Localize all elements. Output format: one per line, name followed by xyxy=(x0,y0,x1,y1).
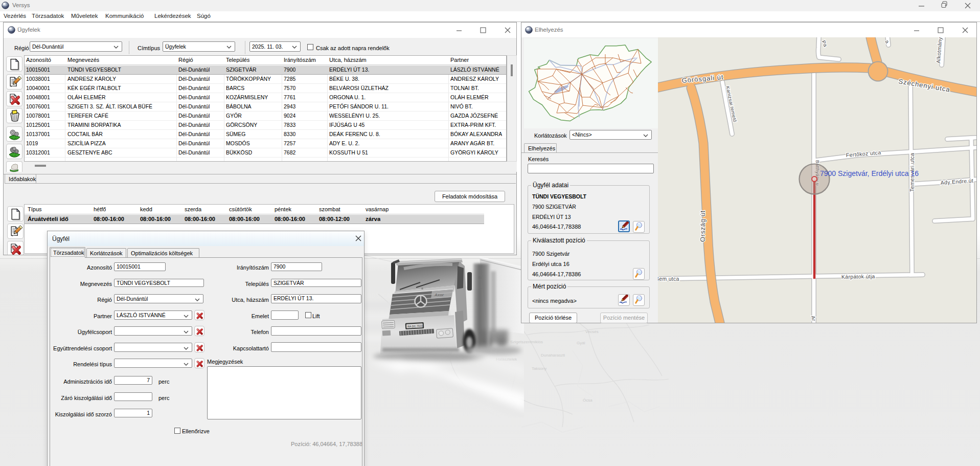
svg-text:Taksony: Taksony xyxy=(532,366,546,371)
svg-text:Dunaharaszti: Dunaharaszti xyxy=(541,353,565,358)
svg-text:Ócsa: Ócsa xyxy=(583,398,592,403)
svg-text:Kárpátok útja: Kárpátok útja xyxy=(841,273,875,280)
svg-text:Vecsés: Vecsés xyxy=(585,329,599,334)
svg-text:Pa: Pa xyxy=(821,39,828,48)
svg-text:Ady Endre út: Ady Endre út xyxy=(940,177,973,186)
svg-text:Bem utca: Bem utca xyxy=(658,276,679,282)
svg-text:Gyál: Gyál xyxy=(577,341,585,345)
svg-text:7900 Szigetvár, Erdélyi utca 1: 7900 Szigetvár, Erdélyi utca 16 xyxy=(820,169,919,177)
svg-text:Ország út: Ország út xyxy=(699,210,706,242)
svg-text:Axor: Axor xyxy=(434,293,444,297)
